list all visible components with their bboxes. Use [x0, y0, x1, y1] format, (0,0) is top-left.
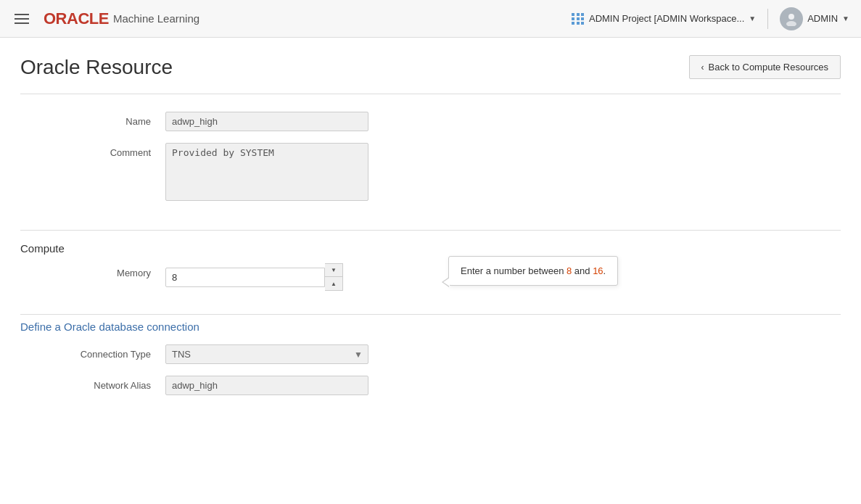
compute-section: Memory ▼ ▲ Enter a number between 8 and …	[0, 257, 861, 314]
user-avatar	[780, 7, 803, 30]
grid-icon	[572, 13, 585, 25]
tooltip-max: 16	[593, 265, 603, 276]
connection-type-row: Connection Type TNS JDBC ODBC ▼	[20, 344, 841, 364]
svg-point-0	[788, 14, 794, 20]
connection-type-wrapper: TNS JDBC ODBC ▼	[165, 344, 368, 364]
connection-type-label: Connection Type	[20, 344, 165, 360]
memory-increment-button[interactable]: ▲	[325, 277, 342, 290]
user-chevron-icon: ▼	[842, 15, 849, 22]
compute-section-label: Compute	[0, 231, 861, 257]
network-alias-row: Network Alias	[20, 376, 841, 395]
back-chevron-icon: ‹	[701, 62, 704, 73]
name-row: Name	[20, 112, 841, 131]
svg-point-1	[786, 21, 796, 26]
network-alias-label: Network Alias	[20, 376, 165, 391]
memory-input[interactable]	[165, 268, 325, 287]
user-menu[interactable]: ADMIN ▼	[780, 7, 849, 30]
memory-input-group: ▼ ▲	[165, 263, 343, 291]
page-title: Oracle Resource	[20, 56, 173, 79]
comment-label: Comment	[20, 143, 165, 158]
tooltip-text-prefix: Enter a number between	[461, 265, 567, 276]
memory-tooltip: Enter a number between 8 and 16.	[448, 256, 618, 286]
comment-input[interactable]: Provided by SYSTEM	[165, 143, 368, 201]
page-header: Oracle Resource ‹ Back to Compute Resour…	[0, 38, 861, 94]
project-label: ADMIN Project [ADMIN Workspace...	[589, 13, 744, 24]
project-selector[interactable]: ADMIN Project [ADMIN Workspace... ▼	[572, 13, 756, 25]
comment-row: Comment Provided by SYSTEM	[20, 143, 841, 201]
memory-label: Memory	[20, 263, 165, 278]
memory-decrement-button[interactable]: ▼	[325, 264, 342, 277]
app-logo: ORACLE Machine Learning	[44, 9, 199, 28]
db-connection-label: Define a Oracle database connection	[20, 321, 841, 333]
db-connection-section: Define a Oracle database connection Conn…	[0, 315, 861, 418]
oracle-wordmark: ORACLE	[44, 9, 109, 28]
navbar-divider	[767, 9, 768, 29]
product-name: Machine Learning	[113, 12, 199, 25]
basic-info-section: Name Comment Provided by SYSTEM	[0, 94, 861, 230]
memory-row: Memory ▼ ▲ Enter a number between 8 and …	[20, 263, 841, 291]
connection-type-select[interactable]: TNS JDBC ODBC	[165, 344, 368, 364]
name-label: Name	[20, 112, 165, 127]
tooltip-text-suffix: .	[603, 265, 606, 276]
user-label: ADMIN	[807, 13, 838, 24]
network-alias-input[interactable]	[165, 376, 368, 395]
project-chevron-icon: ▼	[749, 15, 756, 22]
back-button-label: Back to Compute Resources	[709, 62, 828, 73]
navbar: ORACLE Machine Learning ADMIN Project [A…	[0, 0, 861, 38]
tooltip-text-and: and	[572, 265, 593, 276]
name-input[interactable]	[165, 112, 368, 131]
memory-spinners: ▼ ▲	[325, 263, 343, 291]
hamburger-menu[interactable]	[12, 11, 32, 27]
back-to-compute-button[interactable]: ‹ Back to Compute Resources	[689, 55, 841, 79]
